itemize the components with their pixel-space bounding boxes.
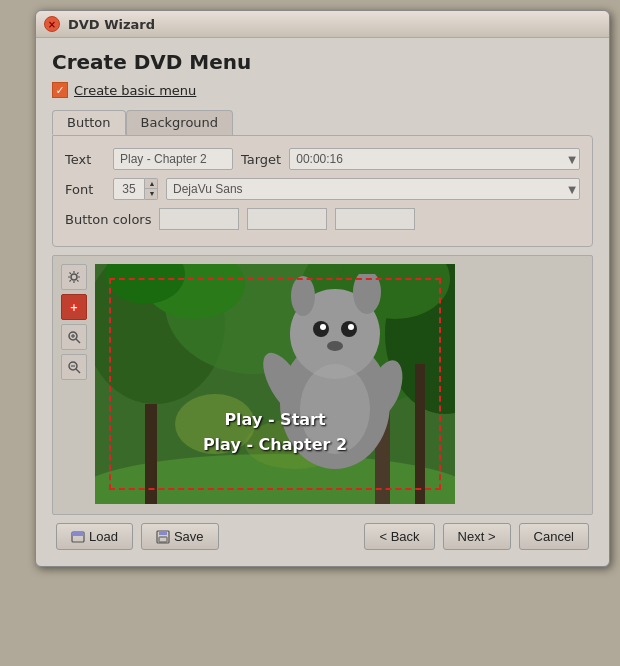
zoom-in-icon (67, 330, 81, 344)
button-colors-row: Button colors (65, 208, 580, 230)
tool-zoom-in-button[interactable] (61, 324, 87, 350)
cancel-button[interactable]: Cancel (519, 523, 589, 550)
zoom-out-icon (67, 360, 81, 374)
add-icon: + (67, 300, 81, 314)
window-title: DVD Wizard (68, 17, 155, 32)
preview-frame: Play - Start Play - Chapter 2 (95, 264, 584, 504)
color-box-3[interactable] (335, 208, 415, 230)
checkbox-row: ✓ Create basic menu (52, 82, 593, 98)
dvd-menu-buttons: Play - Start Play - Chapter 2 (95, 410, 455, 454)
target-select[interactable]: 00:00:16 00:00:00 (289, 148, 580, 170)
gear-icon (67, 270, 81, 284)
dvd-preview-image: Play - Start Play - Chapter 2 (95, 264, 455, 504)
font-select-wrapper: DejaVu Sans Arial Times New Roman ▼ (166, 178, 580, 200)
menu-play-chapter2: Play - Chapter 2 (203, 435, 347, 454)
menu-play-start: Play - Start (224, 410, 325, 429)
font-size-spinners: ▲ ▼ (145, 178, 158, 200)
svg-rect-39 (159, 531, 167, 535)
font-row: Font ▲ ▼ DejaVu Sans Arial Times New Rom… (65, 178, 580, 200)
text-input[interactable] (113, 148, 233, 170)
svg-line-8 (76, 369, 80, 373)
save-button[interactable]: Save (141, 523, 219, 550)
svg-point-26 (291, 276, 315, 316)
bottom-bar: Load Save < Back Next > Cancel (52, 515, 593, 554)
svg-point-32 (327, 341, 343, 351)
text-label: Text (65, 152, 105, 167)
tool-zoom-out-button[interactable] (61, 354, 87, 380)
svg-point-0 (71, 274, 77, 280)
svg-rect-37 (72, 532, 84, 536)
save-label: Save (174, 529, 204, 544)
bottom-right-buttons: < Back Next > Cancel (364, 523, 589, 550)
font-size-down-button[interactable]: ▼ (145, 189, 158, 199)
back-button[interactable]: < Back (364, 523, 434, 550)
target-select-wrapper: 00:00:16 00:00:00 ▼ (289, 148, 580, 170)
titlebar: × DVD Wizard (36, 11, 609, 38)
target-label: Target (241, 152, 281, 167)
svg-point-30 (320, 324, 326, 330)
create-menu-checkbox[interactable]: ✓ (52, 82, 68, 98)
font-size-field[interactable] (113, 178, 145, 200)
svg-line-4 (76, 339, 80, 343)
font-size-up-button[interactable]: ▲ (145, 179, 158, 189)
preview-area: + (52, 255, 593, 515)
side-tools: + (61, 264, 87, 380)
close-button[interactable]: × (44, 16, 60, 32)
load-button[interactable]: Load (56, 523, 133, 550)
save-icon (156, 530, 170, 544)
tab-button[interactable]: Button (52, 110, 126, 135)
svg-point-31 (348, 324, 354, 330)
dialog-title: Create DVD Menu (52, 50, 593, 74)
tool-add-button[interactable]: + (61, 294, 87, 320)
load-label: Load (89, 529, 118, 544)
font-size-input: ▲ ▼ (113, 178, 158, 200)
tab-panel-button: Text Target 00:00:16 00:00:00 ▼ Font (52, 135, 593, 247)
color-box-2[interactable] (247, 208, 327, 230)
tool-settings-button[interactable] (61, 264, 87, 290)
color-box-1[interactable] (159, 208, 239, 230)
tab-background[interactable]: Background (126, 110, 234, 135)
font-select[interactable]: DejaVu Sans Arial Times New Roman (166, 178, 580, 200)
next-button[interactable]: Next > (443, 523, 511, 550)
checkbox-label[interactable]: Create basic menu (74, 83, 196, 98)
text-target-row: Text Target 00:00:16 00:00:00 ▼ (65, 148, 580, 170)
svg-text:+: + (70, 302, 78, 313)
dialog-content: Create DVD Menu ✓ Create basic menu Butt… (36, 38, 609, 566)
load-icon (71, 530, 85, 544)
button-colors-label: Button colors (65, 212, 151, 227)
svg-rect-40 (159, 537, 167, 542)
tab-bar: Button Background (52, 110, 593, 135)
bottom-left-buttons: Load Save (56, 523, 219, 550)
font-label: Font (65, 182, 105, 197)
dvd-wizard-window: × DVD Wizard Create DVD Menu ✓ Create ba… (35, 10, 610, 567)
